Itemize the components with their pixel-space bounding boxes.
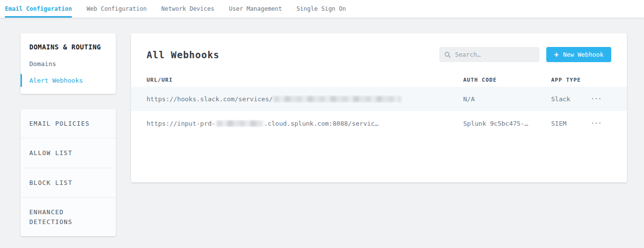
app-type-cell: Slack (551, 95, 589, 103)
column-header-auth-code: AUTH CODE (463, 77, 551, 83)
tab-network-devices[interactable]: Network Devices (161, 0, 214, 18)
webhook-url-prefix: https://input-prd- (147, 120, 215, 127)
sidebar-item-email-policies[interactable]: EMAIL POLICIES (21, 109, 116, 138)
column-header-url: URL/URI (147, 77, 463, 83)
page-title: All Webhooks (147, 49, 219, 60)
top-nav: Email Configuration Web Configuration Ne… (0, 0, 644, 18)
sidebar-item-label: Alert Webhooks (29, 77, 83, 84)
search-input[interactable] (455, 51, 535, 58)
sidebar-item-block-list[interactable]: BLOCK LIST (21, 168, 116, 198)
search-box[interactable] (439, 47, 539, 62)
more-options-icon[interactable]: ••• (589, 96, 611, 101)
tab-web-configuration[interactable]: Web Configuration (86, 0, 147, 18)
webhook-url-cell: https://input-prd- .cloud.splunk.com:808… (147, 120, 463, 127)
table-row[interactable]: https://hooks.slack.com/services/ N/A Sl… (131, 87, 627, 111)
auth-code-cell: Splunk 9c5bc475-… (463, 120, 551, 127)
sidebar-item-domains[interactable]: Domains (29, 60, 107, 68)
sidebar-item-enhanced-detections[interactable]: ENHANCED DETECTIONS (21, 198, 116, 236)
redacted-blur (274, 96, 401, 102)
table-header-row: URL/URI AUTH CODE APP TYPE (131, 73, 627, 87)
tab-user-management[interactable]: User Management (229, 0, 281, 18)
sidebar-item-alert-webhooks[interactable]: Alert Webhooks (29, 77, 107, 84)
domains-routing-card: DOMAINS & ROUTING Domains Alert Webhooks (21, 33, 116, 94)
domains-routing-title: DOMAINS & ROUTING (29, 43, 107, 51)
sidebar-item-allow-list[interactable]: ALLOW LIST (21, 138, 116, 168)
auth-code-cell: N/A (463, 95, 551, 103)
webhooks-panel: All Webhooks + New Webhook URL/URI AUTH … (131, 33, 627, 182)
tab-email-configuration[interactable]: Email Configuration (5, 0, 72, 18)
panel-header: All Webhooks + New Webhook (131, 33, 627, 73)
page-content: DOMAINS & ROUTING Domains Alert Webhooks… (0, 18, 644, 236)
new-webhook-button[interactable]: + New Webhook (546, 47, 611, 62)
active-indicator-bar (21, 74, 22, 87)
new-webhook-label: New Webhook (563, 51, 603, 58)
redacted-blur (216, 120, 263, 127)
plus-icon: + (554, 50, 558, 59)
column-header-app-type: APP TYPE (551, 77, 589, 83)
table-row[interactable]: https://input-prd- .cloud.splunk.com:808… (131, 111, 627, 135)
tab-single-sign-on[interactable]: Single Sign On (297, 0, 346, 18)
more-options-icon[interactable]: ••• (589, 121, 611, 126)
app-type-cell: SIEM (551, 120, 589, 127)
sidebar: DOMAINS & ROUTING Domains Alert Webhooks… (21, 33, 116, 236)
search-icon (444, 51, 451, 58)
webhook-url-prefix: https://hooks.slack.com/services/ (147, 95, 273, 103)
webhook-url-cell: https://hooks.slack.com/services/ (147, 95, 463, 103)
header-actions: + New Webhook (439, 47, 611, 62)
webhook-url-suffix: .cloud.splunk.com:8088/servic… (264, 120, 379, 127)
sidebar-section-list: EMAIL POLICIES ALLOW LIST BLOCK LIST ENH… (21, 109, 116, 236)
